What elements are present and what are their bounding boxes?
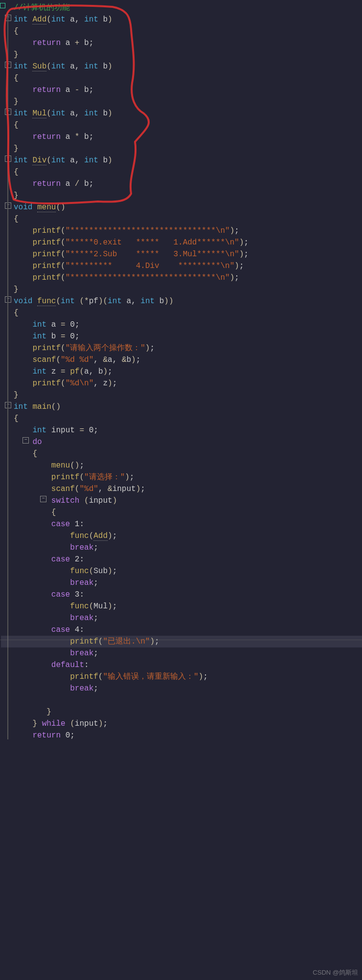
code-line[interactable]: scanf("%d %d", &a, &b); <box>1 354 362 366</box>
code-line[interactable]: { <box>1 119 362 131</box>
code-line[interactable]: void func(int (*pf)(int a, int b)) <box>1 295 362 307</box>
code-line[interactable]: case 4: <box>1 624 362 636</box>
code-line[interactable]: default: <box>1 659 362 671</box>
code-line[interactable]: return a * b; <box>1 131 362 143</box>
code-line[interactable]: } <box>1 49 362 61</box>
code-line[interactable]: { <box>1 507 362 518</box>
code-line[interactable]: } <box>1 143 362 155</box>
code-line[interactable]: case 2: <box>1 554 362 565</box>
code-line[interactable]: printf("*****2.Sub ***** 3.Mul******\n")… <box>1 248 362 260</box>
code-body: //计算机的功能int Add(int a, int b){ return a … <box>1 2 362 741</box>
code-line[interactable]: { <box>1 307 362 319</box>
code-line[interactable]: break; <box>1 542 362 554</box>
code-line[interactable]: func(Add); <box>1 530 362 542</box>
code-line[interactable]: printf("请选择："); <box>1 471 362 483</box>
code-line[interactable]: break; <box>1 577 362 589</box>
code-line[interactable]: break; <box>1 647 362 659</box>
code-line[interactable]: return a + b; <box>1 37 362 49</box>
code-line[interactable]: int Div(int a, int b) <box>1 155 362 166</box>
code-line[interactable]: return a / b; <box>1 178 362 190</box>
code-line[interactable]: int b = 0; <box>1 331 362 342</box>
code-line[interactable]: { <box>1 448 362 460</box>
separator-line <box>0 640 362 640</box>
watermark: CSDN @鸽斯坦 <box>313 968 358 977</box>
code-line[interactable]: printf("请输入两个操作数："); <box>1 342 362 354</box>
code-line[interactable]: } <box>1 190 362 201</box>
code-line[interactable]: break; <box>1 612 362 624</box>
code-line[interactable]: do <box>1 436 362 448</box>
code-line[interactable]: int z = pf(a, b); <box>1 366 362 378</box>
code-line[interactable]: int Sub(int a, int b) <box>1 61 362 72</box>
code-line[interactable]: int input = 0; <box>1 424 362 436</box>
code-line[interactable]: printf("*****0.exit ***** 1.Add******\n"… <box>1 237 362 248</box>
code-line[interactable]: printf("*******************************\… <box>1 225 362 237</box>
code-line[interactable] <box>1 694 362 706</box>
code-line[interactable]: break; <box>1 683 362 694</box>
code-line[interactable]: int Add(int a, int b) <box>1 14 362 25</box>
code-line[interactable]: { <box>1 25 362 37</box>
code-line[interactable]: { <box>1 413 362 424</box>
code-line[interactable]: case 1: <box>1 518 362 530</box>
code-line[interactable]: } <box>1 389 362 401</box>
code-line[interactable]: int Mul(int a, int b) <box>1 108 362 119</box>
code-line[interactable]: func(Sub); <box>1 565 362 577</box>
code-line[interactable]: int a = 0; <box>1 319 362 331</box>
code-line[interactable]: return 0; <box>1 730 362 741</box>
code-line[interactable]: func(Mul); <box>1 601 362 612</box>
code-line[interactable]: printf("输入错误，请重新输入："); <box>1 671 362 683</box>
code-line[interactable]: scanf("%d", &input); <box>1 483 362 495</box>
code-line[interactable]: } <box>1 96 362 108</box>
code-line[interactable]: } <box>1 706 362 718</box>
code-line[interactable]: printf("********* 4.Div *********\n"); <box>1 260 362 272</box>
code-line[interactable]: return a - b; <box>1 84 362 96</box>
code-line[interactable]: printf("*******************************\… <box>1 272 362 284</box>
code-line[interactable]: switch (input) <box>1 495 362 507</box>
code-line[interactable]: printf("已退出.\n"); <box>1 636 362 647</box>
code-line[interactable]: int main() <box>1 401 362 413</box>
code-line[interactable]: menu(); <box>1 460 362 471</box>
code-line[interactable]: { <box>1 72 362 84</box>
code-line[interactable]: case 3: <box>1 589 362 601</box>
code-line[interactable]: //计算机的功能 <box>1 2 362 14</box>
code-line[interactable]: { <box>1 213 362 225</box>
code-line[interactable]: } while (input); <box>1 718 362 730</box>
code-line[interactable]: printf("%d\n", z); <box>1 378 362 389</box>
code-line[interactable]: void menu() <box>1 201 362 213</box>
code-editor[interactable]: −−−−−−−−− //计算机的功能int Add(int a, int b){… <box>0 0 362 980</box>
code-line[interactable]: { <box>1 166 362 178</box>
code-line[interactable]: } <box>1 284 362 295</box>
